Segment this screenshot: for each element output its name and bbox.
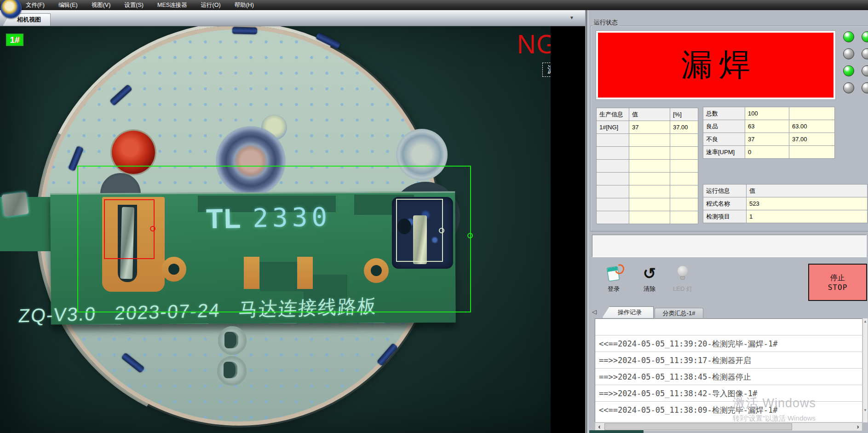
production-table: 生产信息 值 [%] 1#[NG] 37 37.00 [596,108,698,224]
menu-settings[interactable]: 设置(S) [124,1,144,9]
operation-log-list: <<==2024-05-05_11:39:20-检测完毕-漏焊-1# ==>>2… [595,318,862,422]
table-row: 程式名称 523 [703,197,868,210]
table-row: 良品 63 63.00 [703,120,835,133]
rim-tab [232,27,257,35]
bottom-strip [589,430,644,433]
stop-button[interactable]: 停止 STOP [808,264,867,301]
col-header: 运行信息 [703,185,747,197]
alarm-text: 漏焊 [675,44,757,86]
run-info-table: 运行信息 值 程式名称 523 检测项目 1 [703,184,868,223]
led-indicator [843,31,854,42]
inspection-photo: TL 2330 ZQ-V3.0 2023-07-24 马达连接线路板 1# NG… [0,26,551,433]
clear-button[interactable]: ↺ 清除 [635,265,664,293]
table-header-row: 生产信息 值 [%] [597,108,698,121]
scroll-up-icon[interactable]: ▲ [863,319,868,323]
table-row [597,173,698,185]
left-tab-component [1,192,29,217]
tab-class-summary[interactable]: 分类汇总-1# [655,308,703,318]
login-button-label: 登录 [599,285,628,293]
col-header: [%] [670,108,698,121]
log-entry: ==>>2024-05-05_11:39:17-检测器开启 [595,352,862,368]
stop-button-cn: 停止 [809,273,866,283]
col-header: 值 [747,185,868,197]
alarm-display: 漏焊 [596,31,835,99]
scrollbar-thumb[interactable] [604,423,792,430]
roi-pass-rect [396,199,443,262]
table-row: 速率[UPM] 0 [703,146,835,159]
app-window: TL 2330 ZQ-V3.0 2023-07-24 马达连接线路板 1# NG… [0,0,868,433]
status-panel: 运行状态 漏焊 生产信息 值 [%] 1#[NG] 37 37.00 [589,0,868,433]
chevron-down-icon[interactable]: ▼ [567,13,577,23]
view-tab-bar: 相机视图 ▼ [0,10,585,26]
panel-divider[interactable] [585,10,589,433]
camera-viewport: TL 2330 ZQ-V3.0 2023-07-24 马达连接线路板 1# NG… [0,26,585,433]
stats-table: 总数 100 良品 63 63.00 不良 37 37.00 速率[UPM] 0 [703,107,835,159]
col-header: 生产信息 [597,108,629,121]
menu-run[interactable]: 运行(O) [201,1,221,9]
led-button-label: LED 灯 [668,285,697,293]
table-row [597,160,698,173]
log-entry: ==>>2024-05-05_11:38:45-检测器停止 [595,368,862,385]
vertical-scrollbar[interactable]: ▲ ▼ [862,318,868,422]
menu-view[interactable]: 视图(V) [92,1,111,9]
tab-operation-log[interactable]: 操作记录 [602,306,654,318]
led-light-button[interactable]: LED 灯 [668,265,697,293]
roi-red-handle [150,226,155,231]
scroll-left-icon[interactable]: ‹ [595,423,604,431]
station-badge: 1# [6,34,23,46]
menu-file[interactable]: 文件(F) [26,1,45,9]
bulb-base-icon [680,276,685,280]
table-row: 不良 37 37.00 [703,133,835,146]
menu-help[interactable]: 帮助(H) [235,1,254,9]
scroll-down-icon[interactable]: ▼ [863,408,868,412]
led-indicator [843,48,854,59]
stop-button-en: STOP [809,283,866,292]
log-entry: <<==2024-05-05_11:38:09-检测完毕-漏焊-1# [595,401,862,418]
table-row [597,211,698,224]
table-row: 1#[NG] 37 37.00 [597,121,698,134]
table-row: 检测项目 1 [703,210,868,223]
tab-scroll-left-icon[interactable]: ◁ [592,308,597,315]
message-box[interactable] [592,235,867,257]
bulb-icon [678,266,688,276]
led-indicator [843,82,854,93]
table-row [597,198,698,211]
clear-rotate-icon: ↺ [635,264,664,283]
status-panel-title: 运行状态 [592,18,619,27]
login-button[interactable]: 登录 [599,265,628,293]
bottom-ring [217,356,247,386]
result-text: NG [517,29,551,59]
table-header-row: 运行信息 值 [703,185,868,197]
roi-white-handle [439,228,444,233]
clear-button-label: 清除 [635,285,664,293]
table-row [597,147,698,160]
bottom-ring [218,326,247,355]
led-indicator [843,65,854,76]
table-row [597,185,698,198]
log-entry: <<==2024-05-05_11:39:20-检测完毕-漏焊-1# [595,335,862,352]
roi-fail-rect [104,199,155,259]
scroll-right-icon[interactable]: › [854,423,862,431]
log-entry: ==>>2024-05-05_11:38:42-导入图像-1# [595,385,862,401]
table-row: 总数 100 [703,107,835,120]
menu-edit[interactable]: 编辑(E) [58,1,78,9]
menu-mes-connector[interactable]: MES连接器 [157,1,187,9]
menu-bar: 文件(F) 编辑(E) 视图(V) 设置(S) MES连接器 运行(O) 帮助(… [0,0,868,10]
col-header: 值 [629,108,670,121]
defect-overlay-label: 漏焊 [542,63,551,77]
table-row [597,134,698,147]
roi-green-handle [467,233,473,238]
